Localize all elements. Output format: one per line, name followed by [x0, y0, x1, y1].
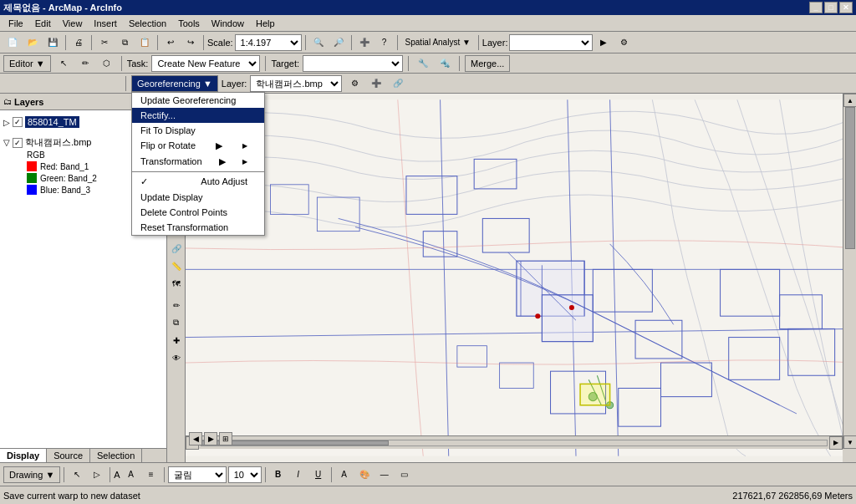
map-area[interactable]: ◀ ▶ ▲ ▼ ◀ ▶ ⊞ — [186, 94, 856, 462]
maximize-button[interactable]: □ — [824, 2, 838, 13]
scrollbar-thumb-v[interactable] — [845, 107, 855, 249]
sketch-btn[interactable]: 🔧 — [414, 54, 432, 73]
scrollbar-horizontal[interactable]: ◀ ▶ — [186, 435, 843, 449]
scrollbar-track-h[interactable] — [201, 440, 828, 446]
copy-parallel-tool[interactable]: ⧉ — [168, 314, 185, 331]
font-color-btn[interactable]: A — [335, 466, 354, 484]
draw-select-btn[interactable]: ▷ — [88, 466, 106, 484]
draw-style-btn[interactable]: ≡ — [142, 466, 160, 484]
drawing-dropdown-btn[interactable]: Drawing ▼ — [3, 466, 60, 483]
task-dropdown[interactable]: Create New Feature — [151, 55, 260, 72]
georef-link-btn[interactable] — [84, 75, 100, 92]
editor-pointer-btn[interactable]: ↖ — [54, 54, 73, 73]
georef-dropdown-btn[interactable]: Georeferencing ▼ — [131, 75, 218, 92]
save-btn[interactable]: 💾 — [43, 33, 62, 52]
add-data-btn[interactable]: ➕ — [355, 33, 374, 52]
menu-view[interactable]: View — [58, 17, 88, 30]
checkbox-bmp[interactable]: ✓ — [13, 138, 23, 148]
draw-pointer-btn[interactable]: ↖ — [68, 466, 86, 484]
checkbox-858014[interactable]: ✓ — [13, 117, 23, 127]
menu-window[interactable]: Window — [206, 17, 249, 30]
menu-insert[interactable]: Insert — [89, 17, 122, 30]
georef-pan-btn[interactable] — [104, 75, 120, 92]
editor-pencil-btn[interactable]: ✏ — [76, 54, 94, 73]
expand-858014-btn[interactable]: ▷ — [3, 118, 10, 127]
layer-go-btn[interactable]: ▶ — [594, 33, 613, 52]
hyperlink-tool[interactable]: 🔗 — [168, 240, 185, 257]
georef-options-btn[interactable]: ⚙ — [345, 74, 364, 93]
georef-link2-btn[interactable]: 🔗 — [389, 74, 407, 93]
layer-dropdown[interactable] — [509, 34, 593, 51]
paste-btn[interactable]: 📋 — [135, 33, 154, 52]
fill-color-btn[interactable]: 🎨 — [355, 466, 374, 484]
scrollbar-vertical[interactable]: ▲ ▼ — [843, 94, 856, 449]
georef-menu-reset-transformation[interactable]: Reset Transformation — [132, 220, 264, 235]
target-dropdown[interactable] — [303, 55, 403, 72]
measure-tool[interactable]: 📏 — [168, 257, 185, 274]
georef-delete-point-btn[interactable] — [43, 75, 60, 92]
georef-toolbar: Georeferencing ▼ Update Georeferencing R… — [0, 74, 856, 94]
georef-move-point-btn[interactable] — [23, 75, 40, 92]
georef-layer-dropdown[interactable]: 학내캠퍼스.bmp — [250, 75, 342, 92]
georef-add-point-btn[interactable] — [3, 75, 20, 92]
help-btn[interactable]: ? — [375, 33, 394, 52]
georef-menu-auto-adjust[interactable]: ✓ Auto Adjust — [132, 174, 264, 190]
redo-btn[interactable]: ↪ — [181, 33, 200, 52]
expand-bmp-btn[interactable]: ▽ — [3, 138, 10, 147]
georef-add-btn[interactable]: ➕ — [367, 74, 385, 93]
next-view-btn[interactable]: ▶ — [204, 432, 217, 445]
spatial-analyst-btn[interactable]: Spatial Analyst ▼ — [401, 33, 475, 52]
menu-tools[interactable]: Tools — [173, 17, 205, 30]
georef-menu-transformation[interactable]: Transformation ▶ — [132, 154, 264, 170]
tab-display[interactable]: Display — [0, 449, 47, 462]
bold-btn[interactable]: B — [269, 466, 288, 484]
georef-view-tool[interactable]: 👁 — [168, 349, 185, 366]
merge-btn[interactable]: Merge... — [465, 55, 510, 72]
menu-edit[interactable]: Edit — [30, 17, 56, 30]
editor-dropdown-btn[interactable]: Editor ▼ — [3, 55, 51, 72]
underline-btn[interactable]: U — [309, 466, 328, 484]
georef-menu-delete-control-points[interactable]: Delete Control Points — [132, 205, 264, 220]
menu-selection[interactable]: Selection — [124, 17, 171, 30]
find-route-tool[interactable]: 🗺 — [168, 275, 185, 292]
fontsize-dropdown[interactable]: 10 — [228, 466, 262, 483]
print-btn[interactable]: 🖨 — [69, 33, 88, 52]
scroll-up-btn[interactable]: ▲ — [843, 94, 856, 107]
scale-dropdown[interactable]: 1:4.197 — [235, 34, 302, 51]
cut-btn[interactable]: ✂ — [95, 33, 114, 52]
georef-menu-rectify[interactable]: Rectify... — [132, 108, 264, 123]
prev-view-btn[interactable]: ◀ — [189, 432, 202, 445]
line-color-btn[interactable]: — — [375, 466, 394, 484]
layer-options-btn[interactable]: ⚙ — [614, 33, 633, 52]
georef-add-point-map-tool[interactable]: ✚ — [168, 332, 185, 349]
tab-selection[interactable]: Selection — [90, 449, 142, 462]
draw-text-btn[interactable]: A — [122, 466, 140, 484]
georef-warp-btn[interactable] — [64, 75, 80, 92]
zoom-in-btn[interactable]: 🔍 — [309, 33, 328, 52]
georef-menu-fit-to-display[interactable]: Fit To Display — [132, 123, 264, 138]
open-btn[interactable]: 📂 — [23, 33, 42, 52]
georef-menu-update-georef[interactable]: Update Georeferencing — [132, 93, 264, 108]
svg-point-35 — [569, 305, 574, 310]
scroll-down-btn[interactable]: ▼ — [843, 435, 856, 449]
georef-menu-update-display[interactable]: Update Display — [132, 190, 264, 205]
scroll-right-btn[interactable]: ▶ — [829, 436, 843, 450]
font-dropdown[interactable]: 굴림 — [168, 466, 227, 483]
full-view-btn[interactable]: ⊞ — [219, 432, 232, 445]
editor-node-btn[interactable]: ⬡ — [98, 54, 116, 73]
edit-tool[interactable]: ✏ — [168, 297, 185, 313]
close-button[interactable]: ✕ — [839, 2, 853, 13]
shadow-btn[interactable]: ▭ — [395, 466, 414, 484]
snap-btn[interactable]: 🔩 — [436, 54, 454, 73]
italic-btn[interactable]: I — [289, 466, 308, 484]
zoom-out-btn[interactable]: 🔎 — [329, 33, 348, 52]
undo-btn[interactable]: ↩ — [161, 33, 180, 52]
menu-file[interactable]: File — [3, 17, 28, 30]
georef-menu-flip-rotate[interactable]: Flip or Rotate ▶ — [132, 138, 264, 154]
minimize-button[interactable]: _ — [809, 2, 823, 13]
sep5 — [305, 35, 306, 50]
copy-btn[interactable]: ⧉ — [115, 33, 134, 52]
new-btn[interactable]: 📄 — [3, 33, 22, 52]
tab-source[interactable]: Source — [47, 449, 90, 462]
menu-help[interactable]: Help — [251, 17, 280, 30]
